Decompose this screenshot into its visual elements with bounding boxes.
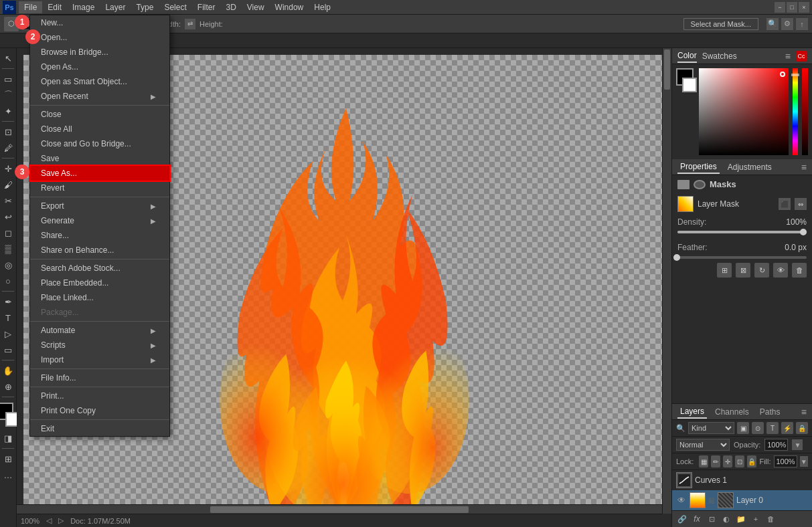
layers-filter-btn-5[interactable]: 🔒 <box>796 422 808 434</box>
link-layers-btn[interactable]: 🔗 <box>676 513 688 525</box>
fill-input[interactable] <box>774 455 797 467</box>
menu-close-all[interactable]: Close All <box>30 122 169 136</box>
lock-artboard-btn[interactable]: ⊡ <box>735 455 744 467</box>
scrollbar-thumb-v[interactable] <box>664 49 670 90</box>
nav-arrow-left[interactable]: ◁ <box>46 516 52 525</box>
layers-filter-btn-4[interactable]: ⚡ <box>781 422 793 434</box>
quick-select-tool[interactable]: ✦ <box>1 104 15 118</box>
menu-share-behance[interactable]: Share on Behance... <box>30 243 169 257</box>
opacity-input[interactable] <box>764 439 788 451</box>
masks-action-3[interactable]: ↻ <box>754 263 769 278</box>
menu-open-recent[interactable]: Open Recent ▶ <box>30 89 169 104</box>
eraser-tool[interactable]: ◻ <box>1 225 15 240</box>
layers-filter-btn-2[interactable]: ⊙ <box>752 422 764 434</box>
menu-edit[interactable]: Edit <box>42 1 67 13</box>
masks-action-4[interactable]: 👁 <box>773 263 788 278</box>
menu-export[interactable]: Export ▶ <box>30 199 169 213</box>
menu-type[interactable]: Type <box>131 1 159 13</box>
crop-tool[interactable]: ⊡ <box>1 124 15 139</box>
masks-action-1[interactable]: ⊞ <box>717 263 732 278</box>
layer-0-row[interactable]: 👁 ⛓ Layer 0 <box>672 490 812 510</box>
menu-search-stock[interactable]: Search Adobe Stock... <box>30 261 169 276</box>
screen-mode-btn[interactable]: ⊞ <box>1 451 15 466</box>
fill-arrow-icon[interactable]: ▼ <box>800 456 808 467</box>
shape-tool[interactable]: ▭ <box>1 342 15 357</box>
menu-print[interactable]: Print... <box>30 389 169 403</box>
lock-transparent-btn[interactable]: ▦ <box>699 455 708 467</box>
blend-mode-select[interactable]: Normal <box>676 439 730 451</box>
blur-tool[interactable]: ◎ <box>1 257 15 272</box>
menu-layer[interactable]: Layer <box>100 1 131 13</box>
brush-tool[interactable]: 🖌 <box>1 177 15 192</box>
layers-kind-select[interactable]: Kind <box>688 422 734 434</box>
menu-generate[interactable]: Generate ▶ <box>30 213 169 228</box>
menu-3d[interactable]: 3D <box>220 1 241 13</box>
menu-revert[interactable]: Revert <box>30 181 169 195</box>
tab-properties[interactable]: Properties <box>677 161 720 174</box>
color-panel-options-icon[interactable]: ≡ <box>785 51 791 62</box>
quick-mask-tool[interactable]: ◨ <box>1 431 15 445</box>
close-btn[interactable]: × <box>799 2 809 13</box>
maximize-btn[interactable]: □ <box>787 2 797 13</box>
menu-close-go-bridge[interactable]: Close and Go to Bridge... <box>30 136 169 151</box>
lasso-tool[interactable]: ⌒ <box>1 88 15 102</box>
selection-tool[interactable]: ▭ <box>1 72 15 86</box>
layer-0-visibility-icon[interactable]: 👁 <box>676 495 687 506</box>
move-tool[interactable]: ↖ <box>1 51 15 66</box>
menu-close[interactable]: Close <box>30 107 169 122</box>
menu-image[interactable]: Image <box>67 1 100 13</box>
menu-file-info[interactable]: File Info... <box>30 371 169 385</box>
gradient-tool[interactable]: ▒ <box>1 241 15 256</box>
menu-filter[interactable]: Filter <box>192 1 221 13</box>
menu-place-linked[interactable]: Place Linked... <box>30 290 169 305</box>
lock-paint-btn[interactable]: ✏ <box>711 455 720 467</box>
tab-channels[interactable]: Channels <box>712 406 752 418</box>
menu-place-embedded[interactable]: Place Embedded... <box>30 276 169 290</box>
new-fill-layer-btn[interactable]: ◐ <box>720 513 732 525</box>
text-tool[interactable]: T <box>1 310 15 325</box>
masks-action-2[interactable]: ⊠ <box>736 263 750 278</box>
search-icon[interactable]: 🔍 <box>766 18 779 30</box>
masks-action-5[interactable]: 🗑 <box>792 263 807 278</box>
select-mask-button[interactable]: Select and Mask... <box>683 18 759 30</box>
menu-help[interactable]: Help <box>309 1 336 13</box>
menu-save-as[interactable]: Save As... <box>30 166 169 181</box>
healing-tool[interactable]: ✛ <box>1 161 15 176</box>
opacity-arrow-icon[interactable]: ▼ <box>792 439 803 450</box>
menu-open-smart-object[interactable]: Open as Smart Object... <box>30 74 169 89</box>
swap-icon[interactable]: ⇄ <box>185 19 195 29</box>
properties-panel-options-icon[interactable]: ≡ <box>801 162 807 173</box>
creative-cloud-icon[interactable]: Cc <box>796 51 807 62</box>
layers-panel-options-icon[interactable]: ≡ <box>801 407 807 417</box>
tab-paths[interactable]: Paths <box>757 406 783 418</box>
layer-mask-btn-2[interactable]: ⇔ <box>795 198 807 210</box>
layer-0-chain-icon[interactable]: ⛓ <box>708 495 715 506</box>
new-group-btn[interactable]: 📁 <box>735 513 747 525</box>
horizontal-scrollbar[interactable] <box>17 504 662 514</box>
curves-layer-row[interactable]: Curves 1 <box>672 470 812 490</box>
tab-color[interactable]: Color <box>677 49 697 63</box>
zoom-tool[interactable]: ⊕ <box>1 379 15 394</box>
add-mask-btn[interactable]: ⊡ <box>706 513 718 525</box>
lock-all-btn[interactable]: 🔒 <box>747 455 756 467</box>
menu-save[interactable]: Save <box>30 151 169 166</box>
layers-filter-btn-3[interactable]: T <box>766 422 779 434</box>
hue-strip[interactable] <box>793 68 799 155</box>
menu-window[interactable]: Window <box>270 1 309 13</box>
menu-open[interactable]: Open... <box>30 30 169 45</box>
nav-arrow-right[interactable]: ▷ <box>58 516 64 525</box>
fx-btn[interactable]: fx <box>691 513 703 525</box>
eyedropper-tool[interactable]: 🖉 <box>1 140 15 155</box>
menu-file[interactable]: File <box>19 1 42 13</box>
delete-layer-btn[interactable]: 🗑 <box>764 513 777 525</box>
clone-tool[interactable]: ✂ <box>1 193 15 208</box>
color-fg-bg[interactable] <box>676 68 697 92</box>
menu-view[interactable]: View <box>242 1 270 13</box>
dodge-tool[interactable]: ○ <box>1 274 15 288</box>
menu-new[interactable]: New... <box>30 15 169 30</box>
menu-browse-bridge[interactable]: Browse in Bridge... <box>30 45 169 60</box>
color-background-swatch[interactable] <box>682 78 697 92</box>
new-layer-btn[interactable]: + <box>750 513 762 525</box>
saturation-strip[interactable] <box>802 68 808 155</box>
settings-icon[interactable]: ⚙ <box>781 18 793 30</box>
